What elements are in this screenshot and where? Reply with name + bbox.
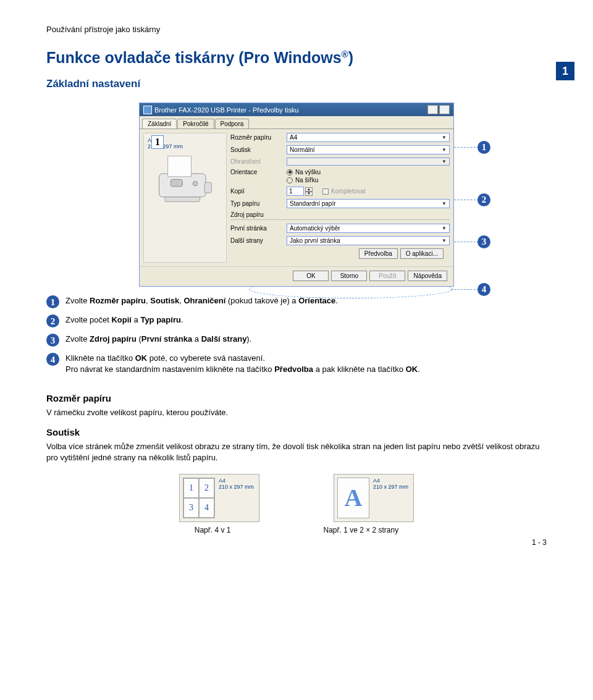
subhead-multipage: Soutisk [46,427,547,437]
svg-rect-2 [170,180,182,187]
letter-a-icon: A [345,487,363,509]
callout-3: 3 [477,235,490,248]
settings-pane: Rozměr papíru A4▼ Soutisk Normální▼ Ohra… [230,133,450,263]
label-copies: Kopií [230,188,283,195]
radio-landscape[interactable]: Na šířku [287,177,321,183]
radio-portrait[interactable]: Na výšku [287,169,321,175]
tab-basic[interactable]: Základní [142,119,177,129]
copies-value[interactable]: 1 [287,187,304,196]
bullet-2: 2 [46,314,59,327]
label-other-pages: Další strany [230,237,283,244]
label-multipage: Soutisk [230,146,283,153]
help-button-bottom[interactable]: Nápověda [408,271,447,281]
default-button[interactable]: Předvolba [359,248,398,259]
label-orientation: Orientace [230,169,283,175]
bullet-3: 3 [46,334,59,347]
thumb-poster: A [337,478,369,518]
grid-cell-3: 3 [183,498,199,518]
paper-type-select[interactable]: Standardní papír▼ [287,199,450,208]
header-path: Používání přístroje jako tiskárny [46,25,547,34]
thumb-spec-1: A4 210 x 297 mm [219,478,254,490]
titlebar-left: Brother FAX-2920 USB Printer - Předvolby… [143,106,299,114]
other-pages-select[interactable]: Jako první stránka▼ [287,236,450,245]
example-row: 1 2 3 4 A4 210 x 297 mm A A4 210 x 297 m… [46,474,547,522]
para-multipage: Volba více stránek může zmenšit velikost… [46,441,547,463]
tab-advanced[interactable]: Pokročilé [177,119,214,129]
radio-icon [287,169,293,175]
bullet-1: 1 [46,295,59,308]
grid-cell-4: 4 [199,498,214,518]
spin-buttons[interactable]: ▲▼ [305,187,313,196]
grid-cell-2: 2 [199,478,214,498]
dialog-title: Brother FAX-2920 USB Printer - Předvolby… [154,106,299,114]
example-poster: A A4 210 x 297 mm [334,474,414,522]
tab-support[interactable]: Podpora [215,119,250,129]
grid-cell-1: 1 [183,478,199,498]
dialog-inner-buttons: Předvolba O aplikaci... [230,248,450,263]
printer-icon [143,106,152,114]
checkbox-icon [322,188,329,195]
preview-pane: A4 210 x 297 mm [143,133,227,263]
caption-poster: Např. 1 ve 2 × 2 strany [323,526,398,534]
printer-illustration [151,153,219,206]
portrait-label: Na výšku [295,169,321,175]
label-paper-size: Rozměr papíru [230,134,283,141]
instruction-3: 3 Zvolte Zdroj papíru (První stránka a D… [46,334,547,347]
page-title: Funkce ovladače tiskárny (Pro Windows®) [46,49,547,67]
callout-1: 1 [477,141,490,154]
close-button[interactable]: × [439,105,450,114]
first-page-select[interactable]: Automatický výběr▼ [287,224,450,233]
thumb-spec-2: A4 210 x 297 mm [373,478,408,490]
example-4in1: 1 2 3 4 A4 210 x 297 mm [179,474,259,522]
dialog-body: A4 210 x 297 mm Rozměr papíru A4▼ [140,129,453,266]
bullet-4: 4 [46,353,59,366]
dialog-footer-buttons: OK Storno Použít Nápověda [140,266,453,286]
dialog-wrap: 1 Brother FAX-2920 USB Printer - Předvol… [139,103,454,287]
instruction-2-text: Zvolte počet Kopií a Typ papíru. [65,314,183,326]
print-dialog: Brother FAX-2920 USB Printer - Předvolby… [139,103,454,287]
example-captions: Např. 4 v 1 Např. 1 ve 2 × 2 strany [46,526,547,534]
apply-button[interactable]: Použít [369,271,405,281]
callout-2: 2 [477,193,490,206]
page-number: 1 - 3 [532,538,547,547]
about-button[interactable]: O aplikaci... [400,248,444,259]
instruction-list: 1 Zvolte Rozměr papíru, Soutisk, Ohranič… [46,295,547,374]
help-button[interactable]: ? [427,105,438,114]
caption-4in1: Např. 4 v 1 [195,526,231,534]
label-border: Ohraničení [230,158,283,165]
landscape-label: Na šířku [295,177,318,183]
label-paper-source: Zdroj papíru [230,211,450,220]
cancel-button[interactable]: Storno [331,271,367,281]
callout-line-4 [451,289,479,290]
orientation-group: Na výšku Na šířku [287,169,321,183]
titlebar: Brother FAX-2920 USB Printer - Předvolby… [140,103,453,116]
left-callout-box: 1 [151,135,164,149]
radio-icon [287,177,293,183]
instruction-1-text: Zvolte Rozměr papíru, Soutisk, Ohraničen… [65,295,338,306]
instruction-3-text: Zvolte Zdroj papíru (První stránka a Dal… [65,334,251,345]
svg-point-3 [193,182,198,187]
collate-label: Kompletovat [331,188,366,195]
tabs: Základní Pokročilé Podpora [140,116,453,129]
ok-button[interactable]: OK [293,271,329,281]
label-first-page: První stránka [230,225,283,232]
border-select: ▼ [287,158,450,166]
paper-size-select[interactable]: A4▼ [287,133,450,142]
para-paper-size: V rámečku zvolte velikost papíru, kterou… [46,407,547,418]
svg-rect-1 [167,156,191,177]
svg-rect-5 [204,183,211,193]
section-title: Základní nastavení [46,78,547,90]
callout-4: 4 [477,283,490,296]
title-suffix: ) [348,49,353,66]
instruction-4-text: Klikněte na tlačítko OK poté, co vyberet… [65,353,420,374]
copies-spinner[interactable]: 1 ▲▼ [287,187,313,196]
subhead-paper-size: Rozměr papíru [46,393,547,403]
registered-mark: ® [342,49,348,59]
label-paper-type: Typ papíru [230,200,283,207]
svg-rect-4 [164,197,200,202]
collate-check: Kompletovat [322,188,366,195]
instruction-2: 2 Zvolte počet Kopií a Typ papíru. [46,314,547,327]
instruction-4: 4 Klikněte na tlačítko OK poté, co vyber… [46,353,547,374]
multipage-select[interactable]: Normální▼ [287,145,450,154]
title-prefix: Funkce ovladače tiskárny (Pro Windows [46,49,342,66]
